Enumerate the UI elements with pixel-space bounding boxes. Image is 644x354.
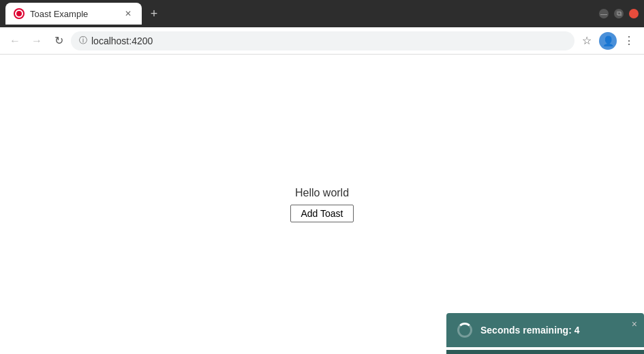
profile-button[interactable]: 👤 [599, 32, 617, 50]
toast-progress-bar [446, 350, 644, 354]
page-content: Hello world Add Toast × Seconds remainin… [0, 55, 644, 354]
address-bar: ← → ↻ ⓘ localhost:4200 ☆ 👤 ⋮ [0, 27, 644, 55]
back-icon: ← [10, 35, 20, 47]
window-controls: — ⧉ [599, 9, 639, 18]
tab-close-icon: ✕ [125, 9, 132, 18]
close-button[interactable] [629, 9, 639, 18]
add-toast-button[interactable]: Add Toast [290, 205, 353, 222]
browser-chrome: Toast Example ✕ + — ⧉ ← → ↻ [0, 0, 644, 55]
profile-icon: 👤 [602, 35, 614, 46]
toast-close-button[interactable]: × [632, 319, 637, 329]
toolbar-icons: ☆ 👤 ⋮ [577, 31, 639, 50]
toast-spinner-icon [457, 323, 472, 338]
tab-bar: Toast Example ✕ + — ⧉ [0, 0, 644, 27]
tab-title: Toast Example [30, 9, 117, 19]
tab-close-button[interactable]: ✕ [123, 8, 134, 19]
bookmark-button[interactable]: ☆ [577, 31, 596, 50]
toast-notification: × Seconds remaining: 4 [446, 313, 644, 347]
new-tab-icon: + [151, 7, 158, 21]
forward-button[interactable]: → [27, 31, 46, 50]
reload-button[interactable]: ↻ [49, 31, 68, 50]
toast-message: Seconds remaining: 4 [480, 325, 579, 336]
hello-world-text: Hello world [295, 187, 349, 199]
reload-icon: ↻ [55, 34, 63, 47]
forward-icon: → [31, 35, 42, 47]
menu-button[interactable]: ⋮ [619, 31, 639, 50]
url-bar[interactable]: ⓘ localhost:4200 [71, 31, 574, 50]
minimize-button[interactable]: — [599, 9, 609, 18]
minimize-icon: — [600, 10, 607, 18]
lock-icon: ⓘ [79, 35, 87, 46]
menu-icon: ⋮ [624, 34, 634, 47]
tab-favicon [14, 8, 25, 19]
active-tab[interactable]: Toast Example ✕ [5, 3, 142, 25]
page-center: Hello world Add Toast [290, 187, 353, 222]
back-button[interactable]: ← [5, 31, 25, 50]
url-text: localhost:4200 [91, 35, 566, 46]
restore-button[interactable]: ⧉ [614, 9, 624, 18]
new-tab-button[interactable]: + [144, 4, 164, 23]
restore-icon: ⧉ [617, 10, 622, 18]
bookmark-icon: ☆ [582, 34, 592, 47]
